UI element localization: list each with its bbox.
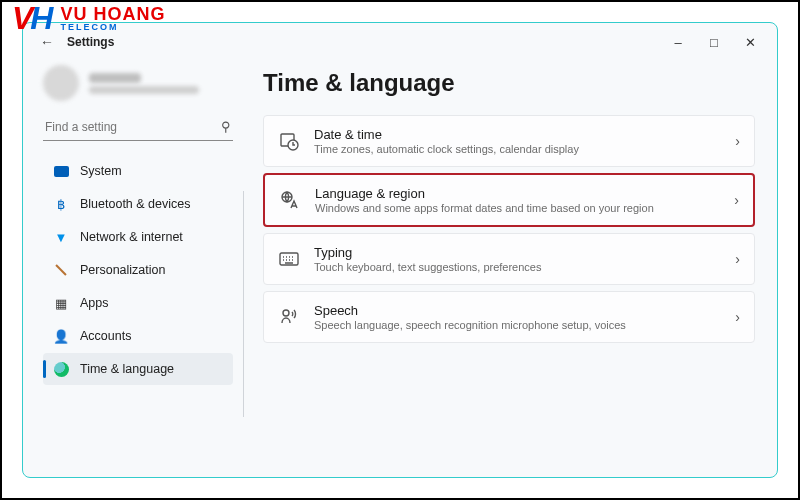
brush-icon xyxy=(53,262,69,278)
bluetooth-icon: ฿ xyxy=(53,196,69,212)
avatar xyxy=(43,65,79,101)
chevron-right-icon: › xyxy=(735,133,740,149)
card-typing[interactable]: Typing Touch keyboard, text suggestions,… xyxy=(263,233,755,285)
sidebar-item-label: Accounts xyxy=(80,329,131,343)
sidebar: ⚲ System ฿ Bluetooth & devices ▼ Network… xyxy=(23,61,243,477)
window-title: Settings xyxy=(67,35,114,49)
card-subtitle: Windows and some apps format dates and t… xyxy=(315,202,720,214)
sidebar-item-system[interactable]: System xyxy=(43,155,233,187)
content-area: Time & language Date & time Time zones, … xyxy=(243,61,777,477)
card-title: Date & time xyxy=(314,127,721,142)
card-language-region[interactable]: Language & region Windows and some apps … xyxy=(263,173,755,227)
settings-window: ← Settings – □ ✕ ⚲ System xyxy=(22,22,778,478)
profile-email-blur xyxy=(89,86,199,94)
wifi-icon: ▼ xyxy=(53,229,69,245)
page-title: Time & language xyxy=(263,69,755,97)
card-subtitle: Speech language, speech recognition micr… xyxy=(314,319,721,331)
apps-icon: ▦ xyxy=(53,295,69,311)
calendar-clock-icon xyxy=(278,130,300,152)
speech-icon xyxy=(278,306,300,328)
card-date-time[interactable]: Date & time Time zones, automatic clock … xyxy=(263,115,755,167)
chevron-right-icon: › xyxy=(734,192,739,208)
sidebar-item-label: Time & language xyxy=(80,362,174,376)
sidebar-item-accounts[interactable]: 👤 Accounts xyxy=(43,320,233,352)
person-icon: 👤 xyxy=(53,328,69,344)
close-button[interactable]: ✕ xyxy=(743,35,757,50)
sidebar-item-bluetooth[interactable]: ฿ Bluetooth & devices xyxy=(43,188,233,220)
card-subtitle: Time zones, automatic clock settings, ca… xyxy=(314,143,721,155)
card-title: Typing xyxy=(314,245,721,260)
sidebar-item-label: System xyxy=(80,164,122,178)
card-subtitle: Touch keyboard, text suggestions, prefer… xyxy=(314,261,721,273)
maximize-button[interactable]: □ xyxy=(707,35,721,50)
language-icon xyxy=(279,189,301,211)
sidebar-item-time-language[interactable]: Time & language xyxy=(43,353,233,385)
search-input[interactable] xyxy=(45,120,221,134)
sidebar-item-apps[interactable]: ▦ Apps xyxy=(43,287,233,319)
search-icon: ⚲ xyxy=(221,119,231,134)
vertical-divider xyxy=(243,191,244,417)
card-title: Language & region xyxy=(315,186,720,201)
chevron-right-icon: › xyxy=(735,309,740,325)
sidebar-item-label: Bluetooth & devices xyxy=(80,197,191,211)
sidebar-item-label: Personalization xyxy=(80,263,165,277)
watermark-brand: VU HOANG xyxy=(60,5,165,23)
search-box[interactable]: ⚲ xyxy=(43,115,233,141)
chevron-right-icon: › xyxy=(735,251,740,267)
sidebar-item-label: Apps xyxy=(80,296,109,310)
system-icon xyxy=(53,163,69,179)
profile-name-blur xyxy=(89,73,141,83)
sidebar-item-network[interactable]: ▼ Network & internet xyxy=(43,221,233,253)
keyboard-icon xyxy=(278,248,300,270)
sidebar-item-personalization[interactable]: Personalization xyxy=(43,254,233,286)
card-speech[interactable]: Speech Speech language, speech recogniti… xyxy=(263,291,755,343)
globe-clock-icon xyxy=(53,361,69,377)
profile-block[interactable] xyxy=(43,61,233,115)
watermark-sub: TELECOM xyxy=(60,23,165,32)
sidebar-item-label: Network & internet xyxy=(80,230,183,244)
nav-list: System ฿ Bluetooth & devices ▼ Network &… xyxy=(43,155,233,385)
minimize-button[interactable]: – xyxy=(671,35,685,50)
watermark-logo: VH VU HOANG TELECOM xyxy=(12,0,165,37)
svg-point-4 xyxy=(283,310,289,316)
card-title: Speech xyxy=(314,303,721,318)
